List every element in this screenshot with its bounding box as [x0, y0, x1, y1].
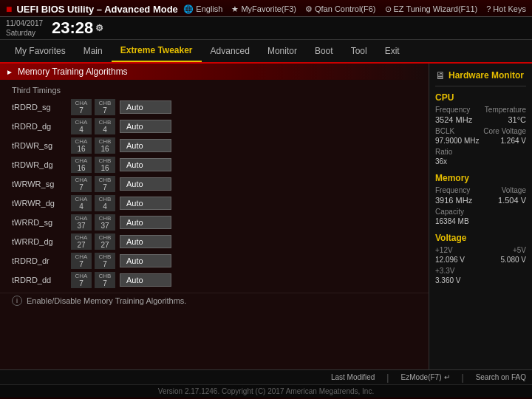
timing-row: tRDRD_dr CHA 7 CHB 7 Auto	[0, 251, 429, 270]
channel-a-group: CHA 27 CHB 27	[71, 233, 115, 250]
cha-label: CHA	[75, 100, 88, 106]
channel-a-box: CHA 16	[71, 137, 92, 154]
channel-a-group: CHA 7 CHB 7	[71, 272, 115, 288]
timing-label: tWRRD_sg	[12, 218, 71, 227]
chb-label: CHB	[99, 177, 112, 183]
timing-value-dropdown[interactable]: Auto	[120, 120, 171, 133]
cpu-title: CPU	[435, 92, 526, 103]
language-icon: 🌐	[183, 4, 194, 14]
bios-header: ■ UEFI BIOS Utility – Advanced Mode 🌐 En…	[0, 0, 532, 17]
cha-label: CHA	[75, 177, 88, 183]
section-title: Memory Training Algorithms	[18, 66, 128, 77]
chb-label: CHB	[99, 234, 112, 241]
hot-keys-button[interactable]: ? Hot Keys	[486, 4, 526, 13]
timing-value-dropdown[interactable]: Auto	[120, 139, 171, 152]
mem-freq-value-row: 3916 MHz 1.504 V	[435, 196, 526, 205]
channel-a-group: CHA 16 CHB 16	[71, 157, 115, 173]
cha-label: CHA	[75, 234, 88, 241]
date-info: 11/04/2017 Saturday	[6, 18, 43, 38]
section-header: ► Memory Training Algorithms	[0, 64, 429, 80]
timing-value-dropdown[interactable]: Auto	[120, 158, 171, 171]
nav-my-favorites[interactable]: My Favorites	[6, 40, 75, 62]
cpu-freq-row: Frequency Temperature	[435, 106, 526, 114]
time-gear-icon[interactable]: ⚙	[95, 23, 103, 33]
footer: Version 2.17.1246. Copyright (C) 2017 Am…	[0, 384, 532, 398]
cha-value: 27	[77, 241, 85, 249]
timing-value-dropdown[interactable]: Auto	[120, 100, 171, 114]
channel-b-box: CHB 16	[95, 137, 115, 154]
cha-label: CHA	[75, 119, 88, 126]
channel-b-box: CHB 4	[95, 118, 115, 134]
channel-b-box: CHB 7	[95, 99, 115, 115]
channel-b-box: CHB 27	[95, 233, 115, 250]
timing-rows: tRDRD_sg CHA 7 CHB 7 Auto tRDRD_dg CHA 4	[0, 98, 429, 290]
timing-value-dropdown[interactable]: Auto	[120, 177, 171, 191]
timing-label: tRDRD_dg	[12, 122, 71, 131]
channel-a-group: CHA 7 CHB 7	[71, 253, 115, 269]
nav-main[interactable]: Main	[75, 40, 112, 62]
timing-value-dropdown[interactable]: Auto	[120, 235, 171, 248]
nav-exit[interactable]: Exit	[376, 40, 409, 62]
favorite-icon: ★	[231, 4, 239, 14]
volt-12-row: +12V +5V	[435, 246, 526, 254]
language-selector[interactable]: 🌐 English	[183, 4, 222, 14]
channel-a-group: CHA 16 CHB 16	[71, 137, 115, 154]
hotkeys-icon: ?	[486, 4, 491, 13]
timing-label: tRDWR_sg	[12, 141, 71, 150]
voltage-title: Voltage	[435, 233, 526, 243]
channel-a-group: CHA 7 CHB 7	[71, 176, 115, 192]
timing-row: tWRWR_sg CHA 7 CHB 7 Auto	[0, 174, 429, 194]
mem-freq-row: Frequency Voltage	[435, 186, 526, 194]
chb-value: 7	[103, 106, 107, 115]
bios-title: UEFI BIOS Utility – Advanced Mode	[16, 4, 177, 15]
cpu-freq-value-row: 3524 MHz 31°C	[435, 115, 526, 124]
timing-row: tRDRD_dd CHA 7 CHB 7 Auto	[0, 270, 429, 290]
timing-value-dropdown[interactable]: Auto	[120, 197, 171, 210]
chb-value: 37	[100, 222, 109, 230]
ez-mode-button[interactable]: EzMode(F7) ↵	[400, 373, 449, 381]
nav-advanced[interactable]: Advanced	[202, 40, 259, 62]
memory-title: Memory	[435, 173, 526, 183]
channel-a-box: CHA 7	[71, 176, 92, 192]
timing-value-dropdown[interactable]: Auto	[120, 273, 171, 287]
cpu-bclk-value-row: 97.9000 MHz 1.264 V	[435, 137, 526, 145]
chb-value: 4	[103, 202, 107, 211]
chb-label: CHB	[99, 100, 112, 106]
cha-label: CHA	[75, 253, 88, 260]
timing-label: tWRWR_dg	[12, 199, 71, 208]
memory-section: Memory Frequency Voltage 3916 MHz 1.504 …	[435, 173, 526, 225]
cha-label: CHA	[75, 273, 88, 279]
search-faq-button[interactable]: Search on FAQ	[476, 373, 526, 381]
arrow-icon: ►	[6, 68, 13, 76]
fan-icon: ⚙	[305, 4, 313, 14]
nav-extreme-tweaker[interactable]: Extreme Tweaker	[112, 40, 202, 62]
nav-monitor[interactable]: Monitor	[259, 40, 306, 62]
mem-cap-value-row: 16384 MB	[435, 217, 526, 225]
info-bar: i Enable/Disable Memory Training Algorit…	[0, 293, 429, 308]
title-area: ■ UEFI BIOS Utility – Advanced Mode	[6, 3, 178, 15]
ez-tuning-button[interactable]: ⊙ EZ Tuning Wizard(F11)	[385, 4, 478, 14]
cha-label: CHA	[75, 138, 88, 145]
nav-tool[interactable]: Tool	[342, 40, 376, 62]
volt-12-value-row: 12.096 V 5.080 V	[435, 256, 526, 264]
channel-a-box: CHA 27	[71, 233, 92, 250]
timing-value-dropdown[interactable]: Auto	[120, 216, 171, 229]
nav-boot[interactable]: Boot	[306, 40, 342, 62]
cha-value: 7	[79, 279, 83, 287]
chb-value: 16	[100, 164, 109, 172]
cpu-ratio-value-row: 36x	[435, 157, 526, 166]
timing-label: tWRWR_sg	[12, 180, 71, 188]
timing-row: tRDWR_dg CHA 16 CHB 16 Auto	[0, 155, 429, 174]
cha-label: CHA	[75, 215, 88, 222]
qfan-button[interactable]: ⚙ Qfan Control(F6)	[305, 4, 376, 14]
cha-value: 7	[79, 106, 83, 115]
last-modified-item: Last Modified	[331, 373, 375, 381]
channel-a-box: CHA 7	[71, 253, 92, 269]
header-tools: 🌐 English ★ MyFavorite(F3) ⚙ Qfan Contro…	[183, 4, 526, 14]
timing-label: tRDRD_sg	[12, 103, 71, 112]
channel-a-box: CHA 7	[71, 99, 92, 115]
cha-value: 4	[79, 202, 83, 211]
my-favorite-button[interactable]: ★ MyFavorite(F3)	[231, 4, 296, 14]
timing-value-dropdown[interactable]: Auto	[120, 254, 171, 267]
channel-b-box: CHB 7	[95, 272, 115, 288]
